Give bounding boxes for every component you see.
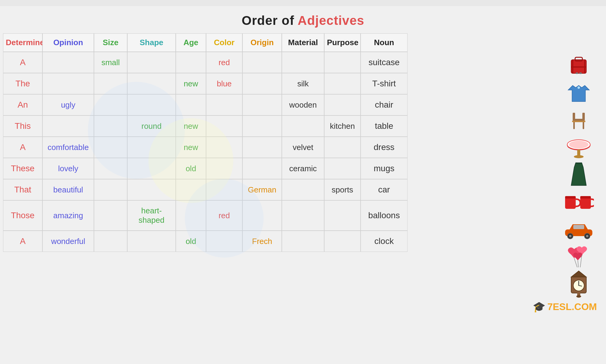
cell-r3-c2 [94,115,127,137]
cell-r5-c0: These [3,158,42,179]
cell-r6-c3 [127,179,176,200]
cell-r4-c7: velvet [282,137,324,158]
cell-r4-c8 [324,137,361,158]
svg-rect-6 [579,72,582,74]
cell-r8-c6: Frech [242,231,282,252]
cell-r0-c0: A [3,52,42,73]
main-container: DeterminerOpinionSizeShapeAgeColorOrigin… [3,33,603,298]
svg-rect-14 [572,121,585,122]
svg-rect-11 [582,113,585,119]
svg-rect-4 [571,66,586,68]
svg-point-8 [578,86,580,89]
cell-r8-c3 [127,231,176,252]
cell-r8-c2 [94,231,127,252]
cell-r1-c9: T-shirt [361,73,408,94]
item-image-3 [558,134,600,161]
cell-r2-c2 [94,94,127,115]
svg-rect-26 [580,196,591,199]
item-image-1 [558,79,600,107]
item-image-4 [558,161,600,189]
cell-r6-c5 [206,179,242,200]
header-color: Color [206,33,242,52]
cell-r7-c6 [242,200,282,231]
cell-r0-c9: suitcase [361,52,408,73]
svg-line-33 [574,258,577,267]
cell-r0-c3 [127,52,176,73]
cell-r5-c3 [127,158,176,179]
svg-point-42 [576,295,581,298]
cell-r6-c2 [94,179,127,200]
header-noun: Noun [361,33,408,52]
cell-r6-c7 [282,179,324,200]
images-column [554,33,603,298]
cell-r3-c8: kitchen [324,115,361,137]
cell-r2-c1: ugly [42,94,94,115]
svg-point-19 [569,141,588,149]
svg-line-35 [578,260,578,267]
header-determiner: Determiner [3,33,42,52]
svg-marker-37 [571,271,586,277]
cell-r5-c6 [242,158,282,179]
cell-r7-c7 [282,200,324,231]
cell-r2-c7: wooden [282,94,324,115]
cell-r2-c3 [127,94,176,115]
header-purpose: Purpose [324,33,361,52]
cell-r2-c0: An [3,94,42,115]
cell-r6-c4 [176,179,206,200]
cell-r2-c4 [176,94,206,115]
cell-r0-c2: small [94,52,127,73]
watermark-bar: 🎓 7ESL.COM [3,301,603,313]
cell-r1-c5: blue [206,73,242,94]
cell-r2-c6 [242,94,282,115]
svg-rect-28 [573,225,584,229]
cell-r8-c9: clock [361,231,408,252]
watermark-text: 7ESL.COM [547,301,597,312]
cell-r4-c1: comfortable [42,137,94,158]
header-age: Age [176,33,206,52]
cell-r8-c4: old [176,231,206,252]
header-material: Material [282,33,324,52]
cell-r7-c2 [94,200,127,231]
cell-r7-c9: balloons [361,200,408,231]
cell-r3-c9: table [361,115,408,137]
cell-r7-c4 [176,200,206,231]
cell-r8-c7 [282,231,324,252]
cell-r3-c6 [242,115,282,137]
page-wrapper: Order of Adjectives DeterminerOpinionSiz… [0,6,606,364]
cell-r7-c5: red [206,200,242,231]
cell-r1-c0: The [3,73,42,94]
cell-r2-c8 [324,94,361,115]
cell-r3-c4: new [176,115,206,137]
cell-r5-c2 [94,158,127,179]
cell-r7-c1: amazing [42,200,94,231]
item-image-6 [558,216,600,243]
cell-r5-c4: old [176,158,206,179]
cell-r8-c1: wonderful [42,231,94,252]
cell-r4-c6 [242,137,282,158]
cell-r5-c1: lovely [42,158,94,179]
cell-r8-c5 [206,231,242,252]
cell-r6-c1: beautiful [42,179,94,200]
cell-r0-c8 [324,52,361,73]
cell-r7-c3: heart-shaped [127,200,176,231]
title-part1: Order of [242,13,298,28]
cell-r3-c1 [42,115,94,137]
header-size: Size [94,33,127,52]
cell-r8-c8 [324,231,361,252]
cell-r5-c8 [324,158,361,179]
cell-r2-c9: chair [361,94,408,115]
cell-r4-c4: new [176,137,206,158]
svg-rect-24 [565,196,576,199]
svg-point-22 [574,155,584,158]
cell-r1-c6 [242,73,282,94]
cell-r0-c5: red [206,52,242,73]
cell-r4-c0: A [3,137,42,158]
item-image-2 [558,107,600,134]
cell-r4-c3 [127,137,176,158]
table-grid: DeterminerOpinionSizeShapeAgeColorOrigin… [3,33,554,252]
cell-r1-c4: new [176,73,206,94]
cell-r5-c9: mugs [361,158,408,179]
cell-r1-c3 [127,73,176,94]
cell-r3-c5 [206,115,242,137]
cell-r6-c9: car [361,179,408,200]
